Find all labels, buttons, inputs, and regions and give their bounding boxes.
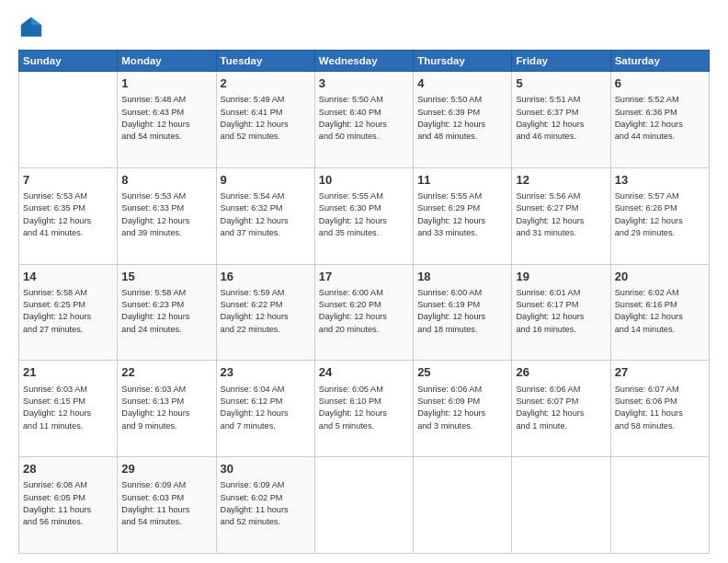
day-number: 10 — [319, 172, 409, 189]
day-content: Sunrise: 6:01 AM Sunset: 6:17 PM Dayligh… — [516, 287, 606, 336]
day-number: 8 — [121, 172, 211, 189]
calendar-cell: 2Sunrise: 5:49 AM Sunset: 6:41 PM Daylig… — [216, 72, 314, 168]
day-content: Sunrise: 5:51 AM Sunset: 6:37 PM Dayligh… — [516, 94, 606, 143]
day-number: 19 — [516, 269, 606, 285]
day-content: Sunrise: 5:58 AM Sunset: 6:25 PM Dayligh… — [23, 287, 113, 336]
calendar-cell: 29Sunrise: 6:09 AM Sunset: 6:03 PM Dayli… — [118, 457, 216, 554]
calendar-cell: 19Sunrise: 6:01 AM Sunset: 6:17 PM Dayli… — [512, 264, 610, 361]
logo-icon — [18, 15, 44, 40]
day-number: 23 — [221, 364, 311, 381]
day-number: 15 — [121, 269, 211, 285]
day-content: Sunrise: 5:57 AM Sunset: 6:26 PM Dayligh… — [615, 190, 705, 239]
weekday-header-tuesday: Tuesday — [216, 51, 314, 72]
weekday-header-saturday: Saturday — [610, 51, 709, 72]
day-number: 21 — [23, 364, 113, 381]
day-content: Sunrise: 5:56 AM Sunset: 6:27 PM Dayligh… — [516, 190, 606, 239]
calendar-header: SundayMondayTuesdayWednesdayThursdayFrid… — [19, 51, 710, 72]
day-number: 13 — [615, 172, 705, 189]
calendar-cell: 13Sunrise: 5:57 AM Sunset: 6:26 PM Dayli… — [610, 167, 709, 264]
day-number: 9 — [221, 172, 311, 189]
calendar-body: 1Sunrise: 5:48 AM Sunset: 6:43 PM Daylig… — [19, 72, 710, 554]
calendar-cell: 23Sunrise: 6:04 AM Sunset: 6:12 PM Dayli… — [216, 361, 314, 457]
day-content: Sunrise: 5:48 AM Sunset: 6:43 PM Dayligh… — [121, 94, 211, 143]
calendar-cell: 17Sunrise: 6:00 AM Sunset: 6:20 PM Dayli… — [314, 264, 413, 361]
calendar-cell: 16Sunrise: 5:59 AM Sunset: 6:22 PM Dayli… — [216, 264, 314, 361]
calendar-cell: 8Sunrise: 5:53 AM Sunset: 6:33 PM Daylig… — [118, 167, 216, 264]
calendar-cell: 28Sunrise: 6:08 AM Sunset: 6:05 PM Dayli… — [19, 457, 118, 554]
calendar-cell: 27Sunrise: 6:07 AM Sunset: 6:06 PM Dayli… — [610, 361, 709, 457]
day-content: Sunrise: 6:04 AM Sunset: 6:12 PM Dayligh… — [221, 384, 311, 432]
day-number: 29 — [121, 461, 211, 477]
day-content: Sunrise: 5:55 AM Sunset: 6:29 PM Dayligh… — [417, 190, 507, 239]
day-content: Sunrise: 6:09 AM Sunset: 6:02 PM Dayligh… — [221, 479, 311, 528]
day-content: Sunrise: 5:55 AM Sunset: 6:30 PM Dayligh… — [319, 190, 409, 239]
calendar-cell — [19, 72, 118, 168]
calendar-cell: 10Sunrise: 5:55 AM Sunset: 6:30 PM Dayli… — [314, 167, 413, 264]
calendar-cell: 26Sunrise: 6:06 AM Sunset: 6:07 PM Dayli… — [512, 361, 610, 457]
weekday-header-wednesday: Wednesday — [314, 51, 413, 72]
day-number: 5 — [516, 75, 606, 92]
day-content: Sunrise: 5:52 AM Sunset: 6:36 PM Dayligh… — [615, 94, 705, 143]
day-number: 1 — [121, 75, 211, 92]
calendar-cell: 30Sunrise: 6:09 AM Sunset: 6:02 PM Dayli… — [216, 457, 314, 554]
day-content: Sunrise: 5:53 AM Sunset: 6:35 PM Dayligh… — [23, 190, 113, 239]
calendar-cell: 1Sunrise: 5:48 AM Sunset: 6:43 PM Daylig… — [118, 72, 216, 168]
day-number: 6 — [615, 75, 705, 92]
day-number: 25 — [417, 364, 507, 381]
day-number: 14 — [23, 269, 113, 285]
day-number: 17 — [319, 269, 409, 285]
calendar-cell — [314, 457, 413, 554]
day-content: Sunrise: 6:00 AM Sunset: 6:20 PM Dayligh… — [319, 287, 409, 336]
calendar-cell: 22Sunrise: 6:03 AM Sunset: 6:13 PM Dayli… — [118, 361, 216, 457]
day-content: Sunrise: 6:02 AM Sunset: 6:16 PM Dayligh… — [615, 287, 705, 336]
calendar-cell: 25Sunrise: 6:06 AM Sunset: 6:09 PM Dayli… — [414, 361, 512, 457]
day-number: 18 — [417, 269, 507, 285]
calendar-cell: 12Sunrise: 5:56 AM Sunset: 6:27 PM Dayli… — [512, 167, 610, 264]
day-content: Sunrise: 6:07 AM Sunset: 6:06 PM Dayligh… — [615, 384, 705, 432]
day-content: Sunrise: 5:58 AM Sunset: 6:23 PM Dayligh… — [121, 287, 211, 336]
logo — [18, 15, 48, 40]
day-number: 28 — [23, 461, 113, 477]
calendar-cell — [512, 457, 610, 554]
day-content: Sunrise: 6:09 AM Sunset: 6:03 PM Dayligh… — [121, 479, 211, 528]
day-number: 27 — [615, 364, 705, 381]
calendar-cell: 24Sunrise: 6:05 AM Sunset: 6:10 PM Dayli… — [314, 361, 413, 457]
day-number: 11 — [417, 172, 507, 189]
day-content: Sunrise: 5:54 AM Sunset: 6:32 PM Dayligh… — [221, 190, 311, 239]
calendar-cell: 9Sunrise: 5:54 AM Sunset: 6:32 PM Daylig… — [216, 167, 314, 264]
week-row-4: 21Sunrise: 6:03 AM Sunset: 6:15 PM Dayli… — [19, 361, 710, 457]
day-number: 12 — [516, 172, 606, 189]
calendar-cell: 14Sunrise: 5:58 AM Sunset: 6:25 PM Dayli… — [19, 264, 118, 361]
day-number: 26 — [516, 364, 606, 381]
weekday-row: SundayMondayTuesdayWednesdayThursdayFrid… — [19, 51, 710, 72]
day-number: 2 — [221, 75, 311, 92]
calendar-cell: 15Sunrise: 5:58 AM Sunset: 6:23 PM Dayli… — [118, 264, 216, 361]
svg-marker-1 — [31, 17, 41, 25]
week-row-5: 28Sunrise: 6:08 AM Sunset: 6:05 PM Dayli… — [19, 457, 710, 554]
week-row-2: 7Sunrise: 5:53 AM Sunset: 6:35 PM Daylig… — [19, 167, 710, 264]
day-content: Sunrise: 6:03 AM Sunset: 6:13 PM Dayligh… — [121, 384, 211, 432]
calendar-cell: 20Sunrise: 6:02 AM Sunset: 6:16 PM Dayli… — [610, 264, 709, 361]
day-content: Sunrise: 6:03 AM Sunset: 6:15 PM Dayligh… — [23, 384, 113, 432]
calendar-cell: 6Sunrise: 5:52 AM Sunset: 6:36 PM Daylig… — [610, 72, 709, 168]
page: SundayMondayTuesdayWednesdayThursdayFrid… — [0, 0, 728, 563]
day-number: 3 — [319, 75, 409, 92]
calendar-cell — [414, 457, 512, 554]
calendar-cell: 21Sunrise: 6:03 AM Sunset: 6:15 PM Dayli… — [19, 361, 118, 457]
day-content: Sunrise: 6:00 AM Sunset: 6:19 PM Dayligh… — [417, 287, 507, 336]
header — [18, 15, 710, 40]
calendar-cell: 7Sunrise: 5:53 AM Sunset: 6:35 PM Daylig… — [19, 167, 118, 264]
day-content: Sunrise: 6:08 AM Sunset: 6:05 PM Dayligh… — [23, 479, 113, 528]
calendar-cell: 11Sunrise: 5:55 AM Sunset: 6:29 PM Dayli… — [414, 167, 512, 264]
day-number: 4 — [417, 75, 507, 92]
calendar-cell: 4Sunrise: 5:50 AM Sunset: 6:39 PM Daylig… — [414, 72, 512, 168]
day-content: Sunrise: 6:05 AM Sunset: 6:10 PM Dayligh… — [319, 384, 409, 432]
calendar-cell: 5Sunrise: 5:51 AM Sunset: 6:37 PM Daylig… — [512, 72, 610, 168]
calendar-cell: 18Sunrise: 6:00 AM Sunset: 6:19 PM Dayli… — [414, 264, 512, 361]
day-number: 24 — [319, 364, 409, 381]
day-content: Sunrise: 6:06 AM Sunset: 6:09 PM Dayligh… — [417, 384, 507, 432]
day-number: 30 — [221, 461, 311, 477]
day-content: Sunrise: 5:49 AM Sunset: 6:41 PM Dayligh… — [221, 94, 311, 143]
day-number: 22 — [121, 364, 211, 381]
day-content: Sunrise: 5:59 AM Sunset: 6:22 PM Dayligh… — [221, 287, 311, 336]
